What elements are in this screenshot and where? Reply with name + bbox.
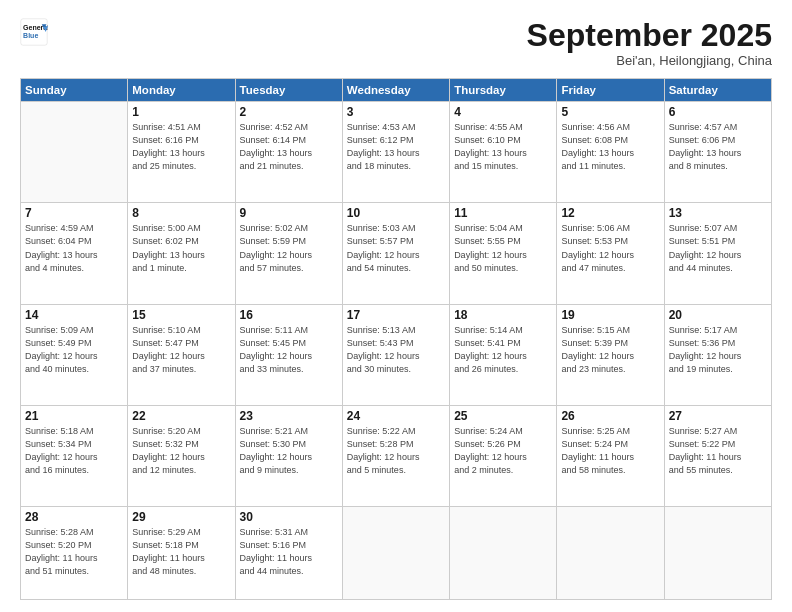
- day-number: 8: [132, 206, 230, 220]
- day-number: 14: [25, 308, 123, 322]
- day-number: 6: [669, 105, 767, 119]
- day-number: 30: [240, 510, 338, 524]
- day-number: 4: [454, 105, 552, 119]
- day-number: 7: [25, 206, 123, 220]
- day-info: Sunrise: 5:06 AM Sunset: 5:53 PM Dayligh…: [561, 222, 659, 274]
- weekday-header-friday: Friday: [557, 79, 664, 102]
- calendar-table: SundayMondayTuesdayWednesdayThursdayFrid…: [20, 78, 772, 600]
- calendar-cell: 18Sunrise: 5:14 AM Sunset: 5:41 PM Dayli…: [450, 304, 557, 405]
- day-info: Sunrise: 5:13 AM Sunset: 5:43 PM Dayligh…: [347, 324, 445, 376]
- calendar-cell: 6Sunrise: 4:57 AM Sunset: 6:06 PM Daylig…: [664, 102, 771, 203]
- day-info: Sunrise: 5:25 AM Sunset: 5:24 PM Dayligh…: [561, 425, 659, 477]
- day-number: 16: [240, 308, 338, 322]
- day-info: Sunrise: 5:10 AM Sunset: 5:47 PM Dayligh…: [132, 324, 230, 376]
- day-number: 5: [561, 105, 659, 119]
- calendar-page: General Blue September 2025 Bei'an, Heil…: [0, 0, 792, 612]
- weekday-header-tuesday: Tuesday: [235, 79, 342, 102]
- day-number: 27: [669, 409, 767, 423]
- calendar-cell: 3Sunrise: 4:53 AM Sunset: 6:12 PM Daylig…: [342, 102, 449, 203]
- calendar-cell: [557, 507, 664, 600]
- day-info: Sunrise: 5:11 AM Sunset: 5:45 PM Dayligh…: [240, 324, 338, 376]
- day-number: 13: [669, 206, 767, 220]
- calendar-cell: [342, 507, 449, 600]
- weekday-header-row: SundayMondayTuesdayWednesdayThursdayFrid…: [21, 79, 772, 102]
- weekday-header-sunday: Sunday: [21, 79, 128, 102]
- calendar-cell: [21, 102, 128, 203]
- day-info: Sunrise: 5:14 AM Sunset: 5:41 PM Dayligh…: [454, 324, 552, 376]
- calendar-cell: 19Sunrise: 5:15 AM Sunset: 5:39 PM Dayli…: [557, 304, 664, 405]
- calendar-cell: 1Sunrise: 4:51 AM Sunset: 6:16 PM Daylig…: [128, 102, 235, 203]
- day-number: 26: [561, 409, 659, 423]
- calendar-cell: 9Sunrise: 5:02 AM Sunset: 5:59 PM Daylig…: [235, 203, 342, 304]
- day-number: 25: [454, 409, 552, 423]
- day-number: 18: [454, 308, 552, 322]
- day-info: Sunrise: 5:27 AM Sunset: 5:22 PM Dayligh…: [669, 425, 767, 477]
- svg-text:Blue: Blue: [23, 32, 38, 39]
- day-number: 23: [240, 409, 338, 423]
- logo: General Blue: [20, 18, 48, 46]
- day-info: Sunrise: 4:59 AM Sunset: 6:04 PM Dayligh…: [25, 222, 123, 274]
- day-number: 21: [25, 409, 123, 423]
- day-info: Sunrise: 5:24 AM Sunset: 5:26 PM Dayligh…: [454, 425, 552, 477]
- day-info: Sunrise: 5:00 AM Sunset: 6:02 PM Dayligh…: [132, 222, 230, 274]
- day-number: 10: [347, 206, 445, 220]
- weekday-header-wednesday: Wednesday: [342, 79, 449, 102]
- calendar-cell: 15Sunrise: 5:10 AM Sunset: 5:47 PM Dayli…: [128, 304, 235, 405]
- calendar-cell: 16Sunrise: 5:11 AM Sunset: 5:45 PM Dayli…: [235, 304, 342, 405]
- calendar-cell: 8Sunrise: 5:00 AM Sunset: 6:02 PM Daylig…: [128, 203, 235, 304]
- logo-icon: General Blue: [20, 18, 48, 46]
- location-subtitle: Bei'an, Heilongjiang, China: [527, 53, 772, 68]
- day-info: Sunrise: 5:07 AM Sunset: 5:51 PM Dayligh…: [669, 222, 767, 274]
- calendar-week-row: 1Sunrise: 4:51 AM Sunset: 6:16 PM Daylig…: [21, 102, 772, 203]
- day-info: Sunrise: 5:21 AM Sunset: 5:30 PM Dayligh…: [240, 425, 338, 477]
- calendar-week-row: 7Sunrise: 4:59 AM Sunset: 6:04 PM Daylig…: [21, 203, 772, 304]
- day-info: Sunrise: 5:31 AM Sunset: 5:16 PM Dayligh…: [240, 526, 338, 578]
- calendar-cell: 29Sunrise: 5:29 AM Sunset: 5:18 PM Dayli…: [128, 507, 235, 600]
- calendar-cell: [664, 507, 771, 600]
- day-number: 11: [454, 206, 552, 220]
- weekday-header-monday: Monday: [128, 79, 235, 102]
- calendar-cell: 28Sunrise: 5:28 AM Sunset: 5:20 PM Dayli…: [21, 507, 128, 600]
- calendar-cell: 5Sunrise: 4:56 AM Sunset: 6:08 PM Daylig…: [557, 102, 664, 203]
- calendar-cell: 17Sunrise: 5:13 AM Sunset: 5:43 PM Dayli…: [342, 304, 449, 405]
- day-info: Sunrise: 5:03 AM Sunset: 5:57 PM Dayligh…: [347, 222, 445, 274]
- day-number: 28: [25, 510, 123, 524]
- calendar-cell: 26Sunrise: 5:25 AM Sunset: 5:24 PM Dayli…: [557, 405, 664, 506]
- calendar-cell: 23Sunrise: 5:21 AM Sunset: 5:30 PM Dayli…: [235, 405, 342, 506]
- calendar-cell: 11Sunrise: 5:04 AM Sunset: 5:55 PM Dayli…: [450, 203, 557, 304]
- day-info: Sunrise: 5:29 AM Sunset: 5:18 PM Dayligh…: [132, 526, 230, 578]
- calendar-cell: 7Sunrise: 4:59 AM Sunset: 6:04 PM Daylig…: [21, 203, 128, 304]
- calendar-cell: [450, 507, 557, 600]
- weekday-header-thursday: Thursday: [450, 79, 557, 102]
- calendar-cell: 2Sunrise: 4:52 AM Sunset: 6:14 PM Daylig…: [235, 102, 342, 203]
- day-info: Sunrise: 5:28 AM Sunset: 5:20 PM Dayligh…: [25, 526, 123, 578]
- day-info: Sunrise: 5:20 AM Sunset: 5:32 PM Dayligh…: [132, 425, 230, 477]
- day-number: 17: [347, 308, 445, 322]
- day-number: 15: [132, 308, 230, 322]
- day-number: 24: [347, 409, 445, 423]
- weekday-header-saturday: Saturday: [664, 79, 771, 102]
- day-info: Sunrise: 4:52 AM Sunset: 6:14 PM Dayligh…: [240, 121, 338, 173]
- calendar-week-row: 21Sunrise: 5:18 AM Sunset: 5:34 PM Dayli…: [21, 405, 772, 506]
- day-info: Sunrise: 4:53 AM Sunset: 6:12 PM Dayligh…: [347, 121, 445, 173]
- calendar-cell: 12Sunrise: 5:06 AM Sunset: 5:53 PM Dayli…: [557, 203, 664, 304]
- day-number: 19: [561, 308, 659, 322]
- title-block: September 2025 Bei'an, Heilongjiang, Chi…: [527, 18, 772, 68]
- month-title: September 2025: [527, 18, 772, 53]
- day-info: Sunrise: 5:22 AM Sunset: 5:28 PM Dayligh…: [347, 425, 445, 477]
- calendar-cell: 25Sunrise: 5:24 AM Sunset: 5:26 PM Dayli…: [450, 405, 557, 506]
- day-number: 22: [132, 409, 230, 423]
- day-info: Sunrise: 5:18 AM Sunset: 5:34 PM Dayligh…: [25, 425, 123, 477]
- calendar-cell: 24Sunrise: 5:22 AM Sunset: 5:28 PM Dayli…: [342, 405, 449, 506]
- day-number: 20: [669, 308, 767, 322]
- calendar-cell: 14Sunrise: 5:09 AM Sunset: 5:49 PM Dayli…: [21, 304, 128, 405]
- day-number: 9: [240, 206, 338, 220]
- day-info: Sunrise: 4:51 AM Sunset: 6:16 PM Dayligh…: [132, 121, 230, 173]
- calendar-cell: 4Sunrise: 4:55 AM Sunset: 6:10 PM Daylig…: [450, 102, 557, 203]
- day-number: 29: [132, 510, 230, 524]
- day-number: 1: [132, 105, 230, 119]
- day-number: 12: [561, 206, 659, 220]
- day-info: Sunrise: 5:17 AM Sunset: 5:36 PM Dayligh…: [669, 324, 767, 376]
- day-number: 3: [347, 105, 445, 119]
- calendar-cell: 21Sunrise: 5:18 AM Sunset: 5:34 PM Dayli…: [21, 405, 128, 506]
